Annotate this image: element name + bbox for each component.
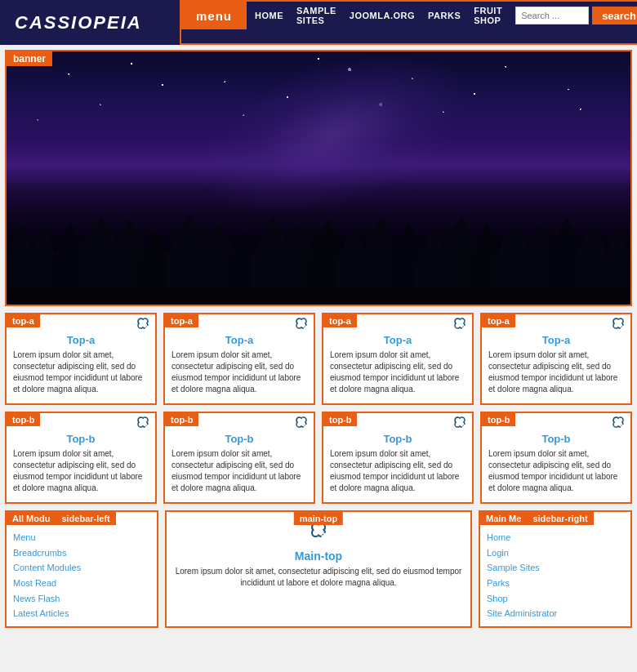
- joomla-icon-b2: [294, 413, 314, 434]
- banner-section: banner: [5, 50, 632, 306]
- top-b-card-2: top-b Top-b Lorem ipsum dolor sit amet, …: [163, 412, 315, 504]
- top-b-text-4: Lorem ipsum dolor sit amet, consectetur …: [482, 448, 630, 494]
- nav-link-fruit-shop[interactable]: FRUIT SHOP: [474, 6, 502, 25]
- trees: [7, 207, 630, 305]
- nav-area: menu HOME SAMPLE SITES JOOMLA.ORG PARKS …: [180, 0, 637, 45]
- sidebar-right-link-5[interactable]: Site Administrator: [480, 606, 630, 621]
- search-input[interactable]: [515, 7, 589, 24]
- sidebar-right-link-3[interactable]: Parks: [480, 576, 630, 591]
- nav-links: HOME SAMPLE SITES JOOMLA.ORG PARKS FRUIT…: [247, 6, 510, 25]
- top-a-text-4: Lorem ipsum dolor sit amet, consectetur …: [482, 349, 630, 395]
- main-top-label: main-top: [294, 512, 343, 525]
- top-b-card-4: top-b Top-b Lorem ipsum dolor sit amet, …: [480, 412, 632, 504]
- sidebar-right-link-2[interactable]: Sample Sites: [480, 560, 630, 576]
- sidebar-right-card: Main Me sidebar-right Home Login Sample …: [479, 510, 632, 628]
- sidebar-left-link-4[interactable]: News Flash: [7, 591, 157, 607]
- sidebar-left-link-2[interactable]: Content Modules: [7, 560, 157, 576]
- banner-label: banner: [7, 51, 52, 66]
- sidebar-left-link-5[interactable]: Latest Articles: [7, 606, 157, 621]
- top-b-title-3: Top-b: [323, 426, 472, 448]
- top-b-text-3: Lorem ipsum dolor sit amet, consectetur …: [323, 448, 472, 494]
- top-b-label-1: top-b: [7, 413, 40, 426]
- bottom-section: All Modu sidebar-left Menu Breadcrumbs C…: [5, 510, 632, 628]
- top-b-grid: top-b Top-b Lorem ipsum dolor sit amet, …: [5, 412, 632, 504]
- top-a-title-2: Top-a: [165, 327, 314, 349]
- top-a-grid: top-a Top-a Lorem ipsum dolor sit amet, …: [5, 313, 632, 405]
- top-b-text-1: Lorem ipsum dolor sit amet, consectetur …: [7, 448, 155, 494]
- sidebar-right-link-4[interactable]: Shop: [480, 591, 630, 607]
- search-button[interactable]: search: [592, 7, 637, 24]
- sidebar-right-links: Home Login Sample Sites Parks Shop Site …: [480, 525, 630, 626]
- top-a-text-2: Lorem ipsum dolor sit amet, consectetur …: [165, 349, 314, 395]
- top-a-label-3: top-a: [323, 314, 357, 327]
- top-b-card-1: top-b Top-b Lorem ipsum dolor sit amet, …: [5, 412, 157, 504]
- top-a-text-1: Lorem ipsum dolor sit amet, consectetur …: [7, 349, 155, 395]
- sidebar-left-module-label: All Modu: [7, 512, 56, 525]
- top-a-text-3: Lorem ipsum dolor sit amet, consectetur …: [323, 349, 472, 395]
- sidebar-left-card: All Modu sidebar-left Menu Breadcrumbs C…: [5, 510, 158, 628]
- top-a-label-1: top-a: [7, 314, 40, 327]
- sidebar-left-link-1[interactable]: Breadcrumbs: [7, 545, 157, 561]
- main-top-card: main-top Main-top Lorem ipsum dolor sit …: [165, 510, 472, 628]
- top-b-label-2: top-b: [165, 413, 198, 426]
- nav-link-joomla[interactable]: JOOMLA.ORG: [350, 11, 415, 20]
- header: CASSIOPEIA menu HOME SAMPLE SITES JOOMLA…: [0, 0, 637, 45]
- nav-link-parks[interactable]: PARKS: [428, 11, 461, 20]
- top-a-title-4: Top-a: [482, 327, 630, 349]
- top-a-card-4: top-a Top-a Lorem ipsum dolor sit amet, …: [480, 313, 632, 405]
- top-b-label-4: top-b: [482, 413, 515, 426]
- top-b-label-3: top-b: [323, 413, 357, 426]
- sidebar-right-label: sidebar-right: [527, 512, 593, 525]
- main-top-title: Main-top: [167, 545, 470, 566]
- top-a-label-2: top-a: [165, 314, 198, 327]
- top-a-title-3: Top-a: [323, 327, 472, 349]
- nav-top: menu HOME SAMPLE SITES JOOMLA.ORG PARKS …: [181, 2, 637, 29]
- logo: CASSIOPEIA: [15, 12, 142, 33]
- nav-link-sample-sites[interactable]: SAMPLE SITES: [296, 6, 336, 25]
- sidebar-right-link-0[interactable]: Home: [480, 530, 630, 545]
- top-a-card-2: top-a Top-a Lorem ipsum dolor sit amet, …: [163, 313, 315, 405]
- nav-link-home[interactable]: HOME: [255, 11, 283, 20]
- logo-area: CASSIOPEIA: [0, 0, 180, 45]
- top-b-title-4: Top-b: [482, 426, 630, 448]
- top-b-text-2: Lorem ipsum dolor sit amet, consectetur …: [165, 448, 314, 494]
- sidebar-left-link-0[interactable]: Menu: [7, 530, 157, 545]
- menu-button[interactable]: menu: [181, 2, 247, 29]
- top-b-title-1: Top-b: [7, 426, 155, 448]
- joomla-icon-2: [294, 314, 314, 335]
- main-top-text: Lorem ipsum dolor sit amet, consectetur …: [167, 566, 470, 597]
- sidebar-left-links: Menu Breadcrumbs Content Modules Most Re…: [7, 525, 157, 626]
- joomla-icon-3: [452, 314, 472, 335]
- joomla-icon-b4: [611, 413, 630, 434]
- search-area: search: [510, 7, 637, 24]
- sidebar-left-link-3[interactable]: Most Read: [7, 576, 157, 591]
- sidebar-right-module-label: Main Me: [480, 512, 527, 525]
- top-b-title-2: Top-b: [165, 426, 314, 448]
- svg-rect-23: [7, 288, 630, 305]
- sidebar-left-label: sidebar-left: [56, 512, 115, 525]
- top-b-card-3: top-b Top-b Lorem ipsum dolor sit amet, …: [322, 412, 474, 504]
- joomla-icon-4: [611, 314, 630, 335]
- sidebar-right-link-1[interactable]: Login: [480, 545, 630, 561]
- joomla-icon-1: [136, 314, 155, 335]
- top-a-title-1: Top-a: [7, 327, 155, 349]
- top-a-card-3: top-a Top-a Lorem ipsum dolor sit amet, …: [322, 313, 474, 405]
- joomla-icon-b1: [136, 413, 155, 434]
- top-a-label-4: top-a: [482, 314, 515, 327]
- top-a-card-1: top-a Top-a Lorem ipsum dolor sit amet, …: [5, 313, 157, 405]
- banner-image: [7, 51, 630, 305]
- joomla-icon-b3: [452, 413, 472, 434]
